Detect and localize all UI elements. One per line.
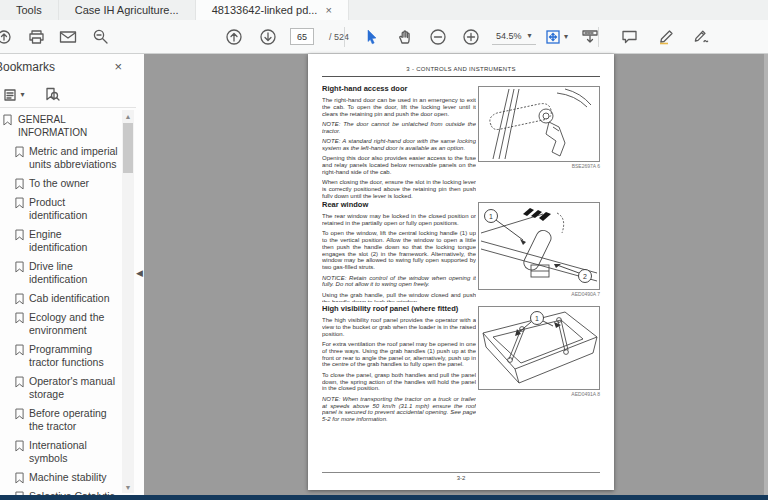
next-page-icon[interactable] xyxy=(256,24,280,50)
tab-bar: ToolsCase IH Agriculture...48133642-link… xyxy=(0,0,768,20)
pdf-page: 3 - CONTROLS AND INSTRUMENTS Right-hand … xyxy=(308,54,614,490)
bookmark-label: Cab identification xyxy=(29,292,110,304)
bookmark-icon xyxy=(15,293,24,308)
section-right-hand-access-door: Right-hand access doorThe right-hand doo… xyxy=(322,84,476,198)
chevron-down-icon: ▾ xyxy=(564,33,568,41)
bookmark-item[interactable]: GENERAL INFORMATION xyxy=(0,110,122,142)
print-icon[interactable] xyxy=(24,24,48,50)
document-scrollbar[interactable] xyxy=(764,54,768,495)
bookmark-icon xyxy=(15,472,24,487)
toolbar-divider xyxy=(598,27,599,47)
page-number-input[interactable] xyxy=(290,28,314,45)
bookmark-item[interactable]: Metric and imperial units abbreviations xyxy=(0,142,122,174)
svg-text:1: 1 xyxy=(489,213,493,220)
bookmarks-panel: Bookmarks × ▾ GENERAL INFORMATIONMetric … xyxy=(0,54,136,495)
paragraph: For extra ventilation the roof panel may… xyxy=(322,341,476,368)
tab-tools[interactable]: Tools xyxy=(0,0,59,20)
bookmark-item[interactable]: Selective Catalytic Reduction (SCR) syst… xyxy=(0,487,122,495)
paragraph: To open the window, lift the central loc… xyxy=(322,230,476,271)
bookmarks-scrollbar[interactable]: ▲ ▼ xyxy=(122,110,134,493)
bookmark-icon xyxy=(15,261,24,276)
section-rear-window: Rear windowThe rear window may be locked… xyxy=(322,200,476,302)
collapse-panel-icon[interactable]: ◀ xyxy=(136,268,143,278)
bookmark-icon xyxy=(15,197,24,212)
bookmark-label: Operator's manual storage xyxy=(29,375,115,400)
bookmark-item[interactable]: Programming tractor functions xyxy=(0,340,122,372)
save-icon[interactable] xyxy=(0,24,16,50)
email-icon[interactable] xyxy=(56,24,80,50)
bookmark-label: Before operating the tractor xyxy=(29,407,107,432)
bookmark-label: Programming tractor functions xyxy=(29,343,104,368)
bookmark-label: International symbols xyxy=(29,439,87,464)
bookmark-label: Metric and imperial units abbreviations xyxy=(29,145,118,170)
bookmark-icon xyxy=(15,229,24,244)
bookmark-item[interactable]: Engine identification xyxy=(0,225,122,257)
previous-page-icon[interactable] xyxy=(222,24,246,50)
bookmark-item[interactable]: International symbols xyxy=(0,436,122,468)
fill-sign-icon[interactable] xyxy=(689,24,713,50)
paragraph: The rear window may be locked in the clo… xyxy=(322,213,476,227)
section-heading: High visibility roof panel (where fitted… xyxy=(322,304,476,313)
fit-page-icon[interactable]: ▾ xyxy=(545,24,569,50)
bookmark-label: GENERAL INFORMATION xyxy=(18,114,87,138)
paragraph: NOTICE: Retain control of the window whe… xyxy=(322,275,476,289)
bookmark-icon xyxy=(3,114,12,129)
bookmark-options-icon[interactable]: ▾ xyxy=(2,82,26,108)
bookmark-label: Product identification xyxy=(29,196,87,221)
find-current-bookmark-icon[interactable] xyxy=(40,82,64,108)
page-number-label: 3-2 xyxy=(308,475,614,481)
figure-access-door: BSE2697A 6 xyxy=(478,86,600,169)
paragraph: To close the panel, grasp both handles a… xyxy=(322,372,476,392)
scrollbar-thumb[interactable] xyxy=(123,123,133,173)
bookmark-icon xyxy=(15,408,24,423)
page-header: 3 - CONTROLS AND INSTRUMENTS xyxy=(308,66,614,72)
panel-gutter: ◀ xyxy=(136,54,144,495)
scroll-up-icon[interactable]: ▲ xyxy=(122,110,134,122)
highlight-icon[interactable] xyxy=(653,24,677,50)
bookmark-item[interactable]: To the owner xyxy=(0,174,122,193)
bookmark-label: Ecology and the environment xyxy=(29,311,104,336)
bookmark-item[interactable]: Drive line identification xyxy=(0,257,122,289)
paragraph: When closing the door, ensure the slot i… xyxy=(322,179,476,198)
paragraph: Using the grab handle, pull the window c… xyxy=(322,292,476,302)
chevron-down-icon: ▾ xyxy=(20,91,24,99)
comment-icon[interactable] xyxy=(617,24,641,50)
document-area[interactable]: 3 - CONTROLS AND INSTRUMENTS Right-hand … xyxy=(144,54,768,495)
select-tool-icon[interactable] xyxy=(360,24,384,50)
bookmark-icon xyxy=(15,440,24,455)
figure-rear-window: 1 2 AED0490A 7 xyxy=(478,202,600,297)
chevron-down-icon: ▾ xyxy=(528,32,532,40)
figure-caption: AED0491A 8 xyxy=(478,391,600,397)
section-heading: Right-hand access door xyxy=(322,84,476,93)
bookmark-item[interactable]: Operator's manual storage xyxy=(0,372,122,404)
zoom-level-select[interactable]: 54.5% ▾ xyxy=(492,29,536,45)
bookmark-label: Drive line identification xyxy=(29,260,87,285)
zoom-in-icon[interactable] xyxy=(459,24,483,50)
tab-48133642-linked-pd-[interactable]: 48133642-linked pd...× xyxy=(196,0,349,20)
bookmark-item[interactable]: Product identification xyxy=(0,193,122,225)
svg-text:1: 1 xyxy=(535,315,539,322)
bookmark-item[interactable]: Ecology and the environment xyxy=(0,308,122,340)
bookmark-icon xyxy=(15,376,24,391)
close-icon[interactable]: × xyxy=(114,59,122,74)
tab-close-icon[interactable]: × xyxy=(325,4,331,16)
bookmark-item[interactable]: Machine stability xyxy=(0,468,122,487)
paragraph: Opening this door also provides easier a… xyxy=(322,155,476,175)
zoom-level-value: 54.5% xyxy=(496,31,522,41)
paragraph: NOTE: When transporting the tractor on a… xyxy=(322,396,476,423)
tab-label: Tools xyxy=(16,4,42,16)
tab-case-ih-agriculture-[interactable]: Case IH Agriculture... xyxy=(59,0,196,20)
figure-caption: BSE2697A 6 xyxy=(478,163,600,169)
paragraph: NOTE: The door cannot be unlatched from … xyxy=(322,121,476,135)
zoom-out-icon[interactable] xyxy=(426,24,450,50)
main-toolbar: / 524 54.5% ▾ ▾ xyxy=(0,20,768,54)
bookmark-icon xyxy=(15,178,24,193)
scroll-down-icon[interactable]: ▼ xyxy=(122,481,134,493)
bookmark-item[interactable]: Cab identification xyxy=(0,289,122,308)
marquee-zoom-icon[interactable] xyxy=(88,24,112,50)
bookmark-item[interactable]: Before operating the tractor xyxy=(0,404,122,436)
bookmarks-list: GENERAL INFORMATIONMetric and imperial u… xyxy=(0,110,122,495)
bookmarks-panel-title: Bookmarks xyxy=(0,60,55,74)
tab-label: 48133642-linked pd... xyxy=(212,4,318,16)
hand-tool-icon[interactable] xyxy=(393,24,417,50)
